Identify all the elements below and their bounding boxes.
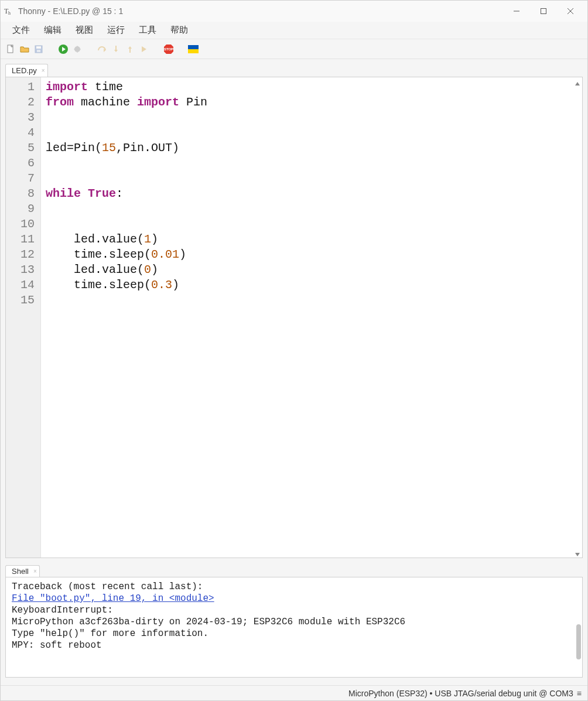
hamburger-icon[interactable]: ≡: [577, 689, 582, 698]
code-line[interactable]: led.value(0): [46, 262, 577, 278]
new-file-button[interactable]: [4, 43, 17, 56]
close-icon[interactable]: ×: [33, 568, 37, 575]
code-line[interactable]: import time: [46, 80, 577, 95]
svg-marker-21: [142, 46, 146, 52]
code-line[interactable]: [46, 125, 577, 141]
maximize-button[interactable]: [530, 1, 557, 22]
svg-rect-24: [188, 45, 199, 49]
svg-rect-10: [37, 50, 40, 52]
code-line[interactable]: from machine import Pin: [46, 95, 577, 110]
editor-scrollbar[interactable]: [573, 77, 582, 558]
resume-button[interactable]: [138, 43, 151, 56]
debug-button[interactable]: [71, 43, 84, 56]
shell-tab[interactable]: Shell ×: [5, 565, 40, 577]
line-number: 4: [6, 125, 40, 141]
shell-line: KeyboardInterrupt:: [12, 604, 576, 616]
line-number: 10: [6, 217, 40, 232]
line-number: 6: [6, 156, 40, 171]
code-line[interactable]: [46, 217, 577, 232]
svg-marker-27: [575, 553, 580, 556]
code-area[interactable]: import timefrom machine import Pin led=P…: [41, 77, 582, 558]
menu-file[interactable]: 文件: [5, 22, 37, 38]
code-line[interactable]: led=Pin(15,Pin.OUT): [46, 141, 577, 156]
code-line[interactable]: led.value(1): [46, 232, 577, 247]
shell-line: MPY: soft reboot: [12, 640, 576, 651]
editor-zone: LED.py × 123456789101112131415 import ti…: [5, 61, 583, 558]
shell-scrollbar-thumb[interactable]: [576, 624, 581, 659]
minimize-button[interactable]: [503, 1, 530, 22]
line-number: 12: [6, 247, 40, 262]
code-line[interactable]: [46, 110, 577, 125]
titlebar: Th Thonny - E:\LED.py @ 15 : 1: [1, 1, 587, 22]
line-number-gutter: 123456789101112131415: [6, 77, 41, 558]
editor-tab[interactable]: LED.py ×: [5, 64, 48, 77]
app-window: Th Thonny - E:\LED.py @ 15 : 1 文件 编辑 视图 …: [0, 0, 588, 701]
window-title: Thonny - E:\LED.py @ 15 : 1: [18, 6, 123, 16]
editor-tabbar: LED.py ×: [5, 61, 583, 77]
shell-line: MicroPython a3cf263ba-dirty on 2024-03-1…: [12, 616, 576, 628]
code-line[interactable]: [46, 293, 577, 308]
shell-line: Traceback (most recent call last):: [12, 581, 576, 593]
code-editor[interactable]: 123456789101112131415 import timefrom ma…: [5, 77, 583, 558]
menu-run[interactable]: 运行: [100, 22, 132, 38]
svg-text:h: h: [8, 11, 11, 16]
svg-rect-9: [36, 46, 41, 49]
code-line[interactable]: while True:: [46, 186, 577, 201]
step-out-button[interactable]: [124, 43, 136, 56]
close-icon[interactable]: ×: [42, 67, 45, 74]
code-line[interactable]: [46, 201, 577, 217]
svg-rect-25: [188, 49, 199, 53]
line-number: 1: [6, 80, 40, 95]
line-number: 11: [6, 232, 40, 247]
scroll-down-icon[interactable]: [575, 549, 580, 555]
svg-rect-3: [541, 9, 546, 14]
line-number: 5: [6, 141, 40, 156]
menubar: 文件 编辑 视图 运行 工具 帮助: [1, 22, 587, 39]
shell-line: Type "help()" for more information.: [12, 628, 576, 640]
code-line[interactable]: time.sleep(0.01): [46, 247, 577, 262]
save-file-button[interactable]: [32, 43, 45, 56]
menu-view[interactable]: 视图: [69, 22, 100, 38]
open-file-button[interactable]: [18, 43, 31, 56]
svg-text:STOP: STOP: [164, 47, 173, 51]
line-number: 13: [6, 262, 40, 278]
menu-tools[interactable]: 工具: [132, 22, 163, 38]
shell-zone: Shell × Traceback (most recent call last…: [5, 563, 583, 678]
statusbar: MicroPython (ESP32) • USB JTAG/serial de…: [1, 685, 587, 700]
svg-marker-18: [114, 50, 118, 52]
code-line[interactable]: [46, 171, 577, 186]
line-number: 7: [6, 171, 40, 186]
svg-marker-26: [575, 82, 580, 86]
support-ukraine-icon[interactable]: [187, 43, 200, 56]
app-icon: Th: [4, 6, 13, 16]
step-over-button[interactable]: [95, 43, 108, 56]
run-button[interactable]: [57, 43, 70, 56]
line-number: 14: [6, 278, 40, 293]
line-number: 8: [6, 186, 40, 201]
shell-tab-label: Shell: [12, 567, 29, 576]
code-line[interactable]: time.sleep(0.3): [46, 278, 577, 293]
svg-marker-20: [128, 46, 132, 49]
line-number: 2: [6, 95, 40, 110]
step-into-button[interactable]: [110, 43, 122, 56]
shell-traceback-link[interactable]: File "boot.py", line 19, in <module>: [12, 593, 214, 604]
code-line[interactable]: [46, 156, 577, 171]
line-number: 15: [6, 293, 40, 308]
toolbar: STOP: [1, 39, 587, 59]
menu-edit[interactable]: 编辑: [37, 22, 69, 38]
shell-tabbar: Shell ×: [5, 563, 583, 577]
close-button[interactable]: [557, 1, 584, 22]
interpreter-status[interactable]: MicroPython (ESP32) • USB JTAG/serial de…: [348, 689, 573, 698]
editor-tab-label: LED.py: [12, 66, 37, 75]
menu-help[interactable]: 帮助: [163, 22, 195, 38]
scroll-up-icon[interactable]: [575, 78, 580, 84]
shell-output[interactable]: Traceback (most recent call last): File …: [5, 577, 583, 678]
stop-button[interactable]: STOP: [162, 43, 175, 56]
line-number: 3: [6, 110, 40, 125]
line-number: 9: [6, 201, 40, 217]
